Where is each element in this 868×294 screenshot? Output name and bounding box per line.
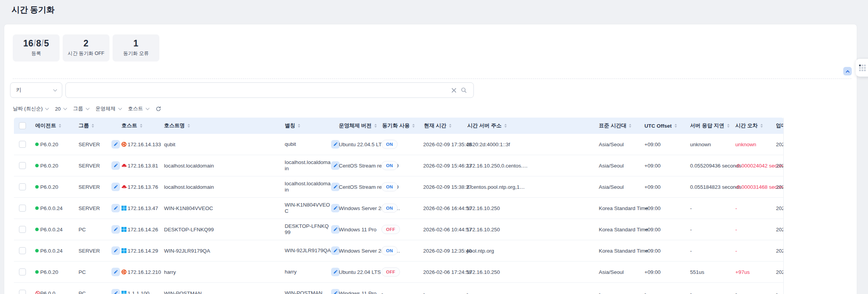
row-checkbox[interactable] xyxy=(19,247,26,254)
host-edit-button[interactable] xyxy=(111,289,120,294)
cell-group: PC xyxy=(79,269,86,275)
row-checkbox[interactable] xyxy=(19,226,26,233)
cell-group: SERVER xyxy=(79,248,100,254)
row-checkbox[interactable] xyxy=(19,141,26,148)
search-key-value: 키 xyxy=(16,87,21,94)
pencil-icon xyxy=(113,163,118,168)
host-edit-button[interactable] xyxy=(111,268,120,276)
cell-current-time: 2026-02-09 15:38:37 xyxy=(423,184,472,190)
list-toolbar: 날짜 (최신순) 20 그룹 운영체제 호스트 xyxy=(13,104,161,113)
cell-host-ip: 172.16.14.29 xyxy=(128,248,158,254)
page-size-dropdown[interactable]: 20 xyxy=(55,106,66,112)
row-checkbox[interactable] xyxy=(19,290,26,294)
stat-sync-error: 1 동기화 오류 xyxy=(113,34,159,62)
column-header[interactable]: 그룹 xyxy=(79,118,94,134)
host-edit-button[interactable] xyxy=(111,183,120,191)
alias-edit-button[interactable] xyxy=(331,204,340,212)
column-header[interactable]: 별칭 xyxy=(285,118,300,134)
host-filter-dropdown[interactable]: 호스트 xyxy=(128,105,149,112)
host-edit-button[interactable] xyxy=(111,225,120,234)
cell-time-server: - xyxy=(466,291,468,294)
chevron-down-icon xyxy=(45,106,49,110)
agent-online-icon xyxy=(35,249,39,253)
widget-drawer-handle[interactable] xyxy=(856,59,868,77)
select-all-checkbox[interactable] xyxy=(19,122,26,129)
sort-icon xyxy=(504,124,507,128)
cell-hostname: DESKTOP-LFNKQ99 xyxy=(164,227,214,232)
cell-updated: 2026 xyxy=(776,163,784,169)
host-edit-button[interactable] xyxy=(111,161,120,170)
refresh-button[interactable] xyxy=(155,106,161,112)
row-checkbox[interactable] xyxy=(19,183,26,190)
stat-sync-off-value: 2 xyxy=(63,38,109,49)
column-header-label: 업데이트 xyxy=(776,122,784,129)
pencil-icon xyxy=(113,291,118,294)
divider xyxy=(13,79,851,79)
row-checkbox[interactable] xyxy=(19,205,26,212)
host-edit-button[interactable] xyxy=(111,204,120,212)
alias-edit-button[interactable] xyxy=(331,268,340,276)
row-checkbox[interactable] xyxy=(19,162,26,169)
collapse-panel-button[interactable] xyxy=(843,67,852,75)
cell-utc-offset: - xyxy=(644,291,646,294)
stat-sync-error-label: 동기화 오류 xyxy=(113,50,159,57)
windows-os-icon xyxy=(121,248,126,253)
sort-dropdown[interactable]: 날짜 (최신순) xyxy=(13,105,48,112)
cell-group: SERVER xyxy=(79,163,100,169)
alias-edit-button[interactable] xyxy=(331,161,340,170)
cell-agent-version: P6.0.20 xyxy=(40,269,58,275)
cell-os-version: Windows 11 Pro xyxy=(339,291,376,294)
host-edit-button[interactable] xyxy=(111,246,120,255)
alias-edit-button[interactable] xyxy=(331,246,340,255)
refresh-icon xyxy=(155,106,161,112)
alias-edit-button[interactable] xyxy=(331,140,340,149)
row-checkbox[interactable] xyxy=(19,268,26,275)
clear-search-icon[interactable] xyxy=(449,85,459,95)
cell-group: SERVER xyxy=(79,142,100,147)
cell-hostname: localhost.localdomain xyxy=(164,184,214,190)
pencil-icon xyxy=(333,270,338,274)
sort-icon xyxy=(449,124,451,128)
agent-online-icon xyxy=(35,143,39,146)
table-row: P6.0.0PC1.1.1.100WIN-POSTMANWIN-POSTMANW… xyxy=(14,283,784,294)
cell-alias: WIN-92JLR9179QA xyxy=(285,248,331,254)
column-header[interactable]: UTC Offset xyxy=(644,118,677,134)
page-title: 시간 동기화 xyxy=(12,4,55,15)
column-header[interactable]: 호스트명 xyxy=(164,118,190,134)
column-header[interactable]: 호스트 xyxy=(121,118,142,134)
column-header[interactable]: 업데이트 xyxy=(776,118,784,134)
sync-status-badge: ON xyxy=(381,246,398,255)
alias-edit-button[interactable] xyxy=(331,225,340,234)
cell-alias: qubit xyxy=(285,141,331,147)
column-header[interactable]: 운영체제 버전 xyxy=(339,118,377,134)
cell-current-time: 2026-02-06 17:24:58 xyxy=(423,269,472,275)
column-header[interactable]: 서버 응답 지연 xyxy=(690,118,730,134)
cell-os-version: Ubuntu 22.04.5 LTS xyxy=(339,142,385,147)
sort-icon xyxy=(760,124,763,128)
cell-timezone: Korea Standard Time xyxy=(599,205,648,211)
cell-time-error: - xyxy=(735,227,737,232)
cell-current-time: 2026-02-06 16:44:50 xyxy=(423,205,472,211)
pencil-icon xyxy=(113,206,118,210)
search-key-select[interactable]: 키 xyxy=(10,82,62,98)
cell-updated: 2026 xyxy=(776,205,784,211)
search-input[interactable] xyxy=(66,83,449,97)
host-edit-button[interactable] xyxy=(111,140,120,149)
column-header[interactable]: 표준 시간대 xyxy=(599,118,631,134)
alias-edit-button[interactable] xyxy=(331,289,340,294)
sync-status-badge: ON xyxy=(381,182,398,191)
column-header[interactable]: 현재 시간 xyxy=(424,118,451,134)
stat-registered-label: 등록 xyxy=(13,50,60,57)
os-filter-dropdown[interactable]: 운영체제 xyxy=(96,105,121,112)
group-filter-dropdown[interactable]: 그룹 xyxy=(73,105,89,112)
column-header[interactable]: 에이전트 xyxy=(35,118,61,134)
alias-edit-button[interactable] xyxy=(331,183,340,191)
column-header[interactable]: 동기화 사용 xyxy=(382,118,415,134)
search-icon[interactable] xyxy=(459,85,469,95)
column-header[interactable]: 시간 서버 주소 xyxy=(467,118,507,134)
column-header[interactable]: 시간 오차 xyxy=(735,118,763,134)
cell-updated: - xyxy=(776,291,778,294)
ubuntu-os-icon xyxy=(121,270,126,275)
sync-off-badge: OFF xyxy=(381,267,400,277)
sync-on-badge: ON xyxy=(381,140,398,149)
